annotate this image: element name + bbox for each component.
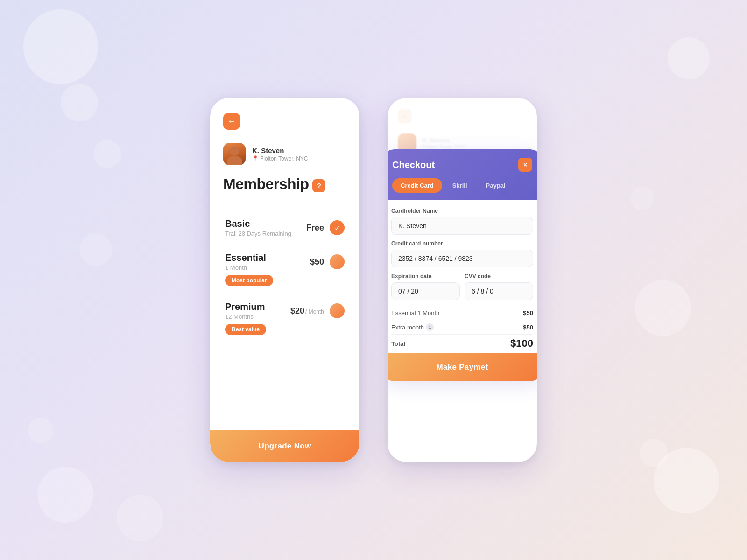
extra-value: $50 — [523, 324, 533, 331]
left-phone: ← K. Steven 📍 Floiton Tower, NYC Members… — [210, 98, 359, 462]
tab-credit-card[interactable]: Credit Card — [392, 178, 442, 193]
cardholder-input[interactable] — [391, 217, 533, 235]
checkout-body: Cardholder Name Credit card number Expir… — [388, 200, 537, 381]
essential-label: Essential 1 Month — [391, 309, 439, 316]
checkout-title: Checkout — [392, 160, 435, 170]
user-location-text: Floiton Tower, NYC — [260, 155, 308, 162]
right-user-name: K. Steven — [422, 137, 466, 144]
plan-premium-per: / Month — [305, 308, 324, 315]
back-icon: ← — [402, 112, 408, 120]
total-row: Total $100 — [391, 334, 533, 353]
phones-container: ← K. Steven 📍 Floiton Tower, NYC Members… — [210, 98, 537, 462]
total-label: Total — [391, 340, 405, 347]
tab-paypal[interactable]: Paypal — [478, 178, 514, 193]
back-arrow-icon: ← — [227, 117, 236, 126]
best-value-badge: Best value — [225, 324, 266, 335]
plan-premium-radio — [330, 303, 345, 318]
plan-basic-price: Free — [306, 223, 324, 233]
plan-premium-sub: 12 Months — [225, 313, 265, 320]
extra-info-badge[interactable]: 1 — [426, 323, 434, 331]
user-name: K. Steven — [252, 147, 308, 154]
close-button[interactable]: × — [518, 158, 532, 172]
cardholder-label: Cardholder Name — [391, 208, 533, 214]
make-payment-button[interactable]: Make Paymet — [388, 353, 537, 381]
expiry-cvv-row: Expiration date CVV code — [391, 273, 533, 300]
checkout-modal: Checkout × Credit Card Skrill Paypal Car… — [388, 149, 537, 381]
plan-essential-price: $50 — [310, 257, 324, 267]
extra-label: Extra month 1 — [391, 323, 434, 331]
plan-basic[interactable]: Basic Trail 28 Days Remaining Free ✓ — [223, 211, 346, 245]
avatar — [223, 143, 246, 165]
plan-basic-check: ✓ — [330, 220, 345, 235]
user-location: 📍 Floiton Tower, NYC — [252, 155, 308, 162]
right-back-icon: ← — [398, 109, 412, 123]
cvv-input[interactable] — [465, 282, 533, 300]
user-info: K. Steven 📍 Floiton Tower, NYC — [223, 143, 346, 165]
plan-basic-sub: Trail 28 Days Remaining — [225, 230, 291, 237]
tab-skrill[interactable]: Skrill — [444, 178, 476, 193]
essential-row: Essential 1 Month $50 — [391, 306, 533, 320]
plan-essential[interactable]: Essential 1 Month $50 Most popular — [223, 245, 346, 294]
plan-essential-sub: 1 Month — [225, 264, 266, 271]
card-number-input[interactable] — [391, 250, 533, 267]
plan-basic-name: Basic — [225, 218, 291, 229]
upgrade-now-button[interactable]: Upgrade Now — [210, 430, 359, 462]
expiry-label: Expiration date — [391, 273, 460, 280]
right-user-location: Floiton Tower, NYC — [422, 144, 466, 149]
avatar-image — [223, 143, 246, 165]
total-value: $100 — [510, 337, 533, 350]
extra-row: Extra month 1 $50 — [391, 320, 533, 334]
plan-essential-radio — [330, 254, 345, 269]
card-number-label: Credit card number — [391, 240, 533, 247]
user-details: K. Steven 📍 Floiton Tower, NYC — [252, 147, 308, 162]
plan-premium-name: Premium — [225, 301, 265, 312]
upgrade-now-label: Upgrade Now — [259, 441, 311, 451]
essential-value: $50 — [523, 309, 533, 316]
payment-tabs: Credit Card Skrill Paypal — [392, 178, 532, 200]
plan-premium[interactable]: Premium 12 Months $20 / Month Best value — [223, 294, 346, 343]
expiry-field-group: Expiration date — [391, 273, 460, 300]
checkout-header: Checkout × Credit Card Skrill Paypal — [388, 149, 537, 200]
checkout-title-row: Checkout × — [392, 158, 532, 172]
back-button[interactable]: ← — [223, 113, 240, 130]
plan-premium-price: $20 — [290, 306, 304, 316]
expiry-input[interactable] — [391, 282, 460, 300]
right-phone: ← K. Steven Floiton Tower, NYC Membershi… — [388, 98, 537, 462]
most-popular-badge: Most popular — [225, 275, 273, 286]
plan-essential-name: Essential — [225, 252, 266, 263]
cvv-label: CVV code — [465, 273, 533, 280]
help-icon[interactable]: ? — [312, 179, 325, 192]
right-user-details: K. Steven Floiton Tower, NYC — [422, 137, 466, 149]
membership-title: Membership — [223, 175, 309, 193]
location-pin-icon: 📍 — [252, 155, 259, 161]
cvv-field-group: CVV code — [465, 273, 533, 300]
divider — [223, 203, 346, 203]
